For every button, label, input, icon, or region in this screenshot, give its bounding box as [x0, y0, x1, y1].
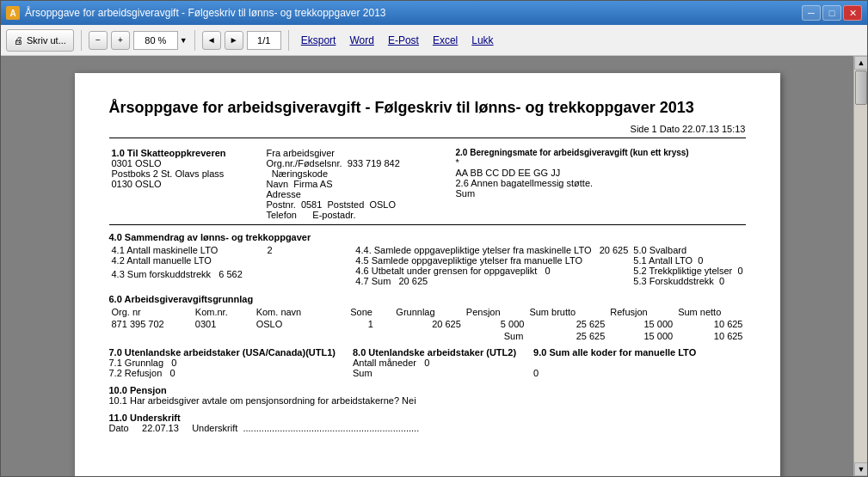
- section2-sum: Sum: [456, 188, 743, 199]
- cell-sum-brutto: 25 625: [526, 318, 607, 330]
- postnr-value: 0581: [301, 199, 322, 210]
- toolbar-separator-2: [194, 30, 195, 51]
- s4-r4r-label: 4.7 Sum: [355, 276, 391, 286]
- poststed-value: OSLO: [369, 199, 396, 210]
- dato-label: Dato: [109, 423, 129, 433]
- scroll-down-button[interactable]: ▼: [854, 462, 867, 476]
- scroll-area[interactable]: Årsoppgave for arbeidsgiveravgift - Følg…: [1, 56, 853, 476]
- scroll-up-button[interactable]: ▲: [854, 56, 867, 70]
- maximize-button[interactable]: □: [822, 5, 841, 21]
- section9-block: 9.0 Sum alle koder for manuelle LTO 0: [533, 347, 696, 378]
- section10-header: 10.0 Pensjon: [109, 385, 746, 395]
- minimize-button[interactable]: ─: [802, 5, 821, 21]
- col-pensjon: Pensjon: [464, 306, 527, 318]
- s4-r3-label: 4.3 Sum forskuddstrekk: [112, 269, 212, 279]
- section10-line: 10.1 Har arbeidsgiver avtale om pensjons…: [109, 395, 746, 406]
- s4-r2r-label: 4.5 Samlede oppgavepliktige ytelser fra …: [355, 255, 582, 266]
- antall-value: 0: [424, 358, 429, 368]
- close-button[interactable]: Lukk: [466, 34, 498, 46]
- section4-table: 4.1 Antall maskinelle LTO 4.2 Antall man…: [109, 244, 746, 287]
- section7-block: 7.0 Utenlandske arbeidstaker (USA/Canada…: [109, 347, 336, 378]
- s5-r2-label: 5.1 Antall LTO: [633, 255, 693, 266]
- col-sum-brutto: Sum brutto: [526, 306, 607, 318]
- section7-area: 7.0 Utenlandske arbeidstaker (USA/Canada…: [109, 347, 746, 378]
- cell-sone: 1: [348, 318, 393, 330]
- scrollbar-vertical[interactable]: ▲ ▼: [853, 56, 867, 476]
- section1-line3: 0130 OSLO: [112, 179, 262, 189]
- email-button[interactable]: E-Post: [383, 34, 424, 46]
- org-label: Org.nr./Fødselsnr.: [267, 158, 342, 168]
- toolbar-separator-3: [288, 30, 289, 51]
- s5-r3-label: 5.2 Trekkpliktige ytelser: [633, 266, 732, 276]
- print-button[interactable]: 🖨 Skriv ut...: [6, 29, 74, 52]
- scroll-track[interactable]: [854, 70, 867, 462]
- section11-header: 11.0 Underskrift: [109, 413, 746, 423]
- section9-header: 9.0 Sum alle koder for manuelle LTO: [533, 347, 696, 358]
- s7-r2-label: 7.2 Refusjon: [109, 368, 163, 378]
- underskrift-label: Underskrift: [192, 423, 237, 433]
- s4-r2-label: 4.2 Antall manuelle LTO: [112, 255, 262, 266]
- nav-prev-button[interactable]: ◄: [202, 31, 221, 50]
- zoom-input[interactable]: [133, 31, 178, 50]
- s4-r1-value: 2: [268, 245, 273, 255]
- section10-area: 10.0 Pensjon 10.1 Har arbeidsgiver avtal…: [109, 385, 746, 406]
- nav-next-button[interactable]: ►: [225, 31, 243, 50]
- org-value: 933 719 842: [348, 158, 400, 168]
- section7-header: 7.0 Utenlandske arbeidstaker (USA/Canada…: [109, 347, 336, 358]
- cell-org: 871 395 702: [109, 318, 193, 330]
- section4-header: 4.0 Sammendrag av lønns- og trekkoppgave…: [109, 232, 746, 242]
- adresse-label: Adresse: [267, 189, 451, 199]
- cell-grunnlag: 20 625: [393, 318, 464, 330]
- sum-refusjon-total: 15 000: [607, 330, 675, 342]
- sum-row: Sum 25 625 15 000 10 625: [109, 330, 746, 342]
- s5-r1-label: 5.0 Svalbard: [633, 245, 686, 255]
- content-area: Årsoppgave for arbeidsgiveravgift - Følg…: [1, 56, 867, 476]
- navn-value: Firma AS: [293, 179, 332, 189]
- zoom-container: ▼: [133, 31, 188, 50]
- page-input[interactable]: [247, 31, 281, 50]
- document-page: Årsoppgave for arbeidsgiveravgift - Følg…: [75, 73, 780, 476]
- toolbar: 🖨 Skriv ut... − + ▼ ◄ ► Eksport Word E-P…: [1, 25, 867, 56]
- s4-r1-label: 4.1 Antall maskinelle LTO: [112, 245, 262, 255]
- fra-header: Fra arbeidsgiver: [267, 148, 451, 158]
- col-kom: Kom.nr.: [193, 306, 254, 318]
- word-button[interactable]: Word: [344, 34, 379, 46]
- cell-sum-netto: 10 625: [675, 318, 745, 330]
- section2-asterisk: *: [456, 157, 743, 168]
- window-title: Årsoppgave for arbeidsgiveravgift - Følg…: [25, 7, 797, 19]
- postnr-label: Postnr.: [267, 199, 296, 210]
- zoom-dropdown-icon[interactable]: ▼: [180, 36, 188, 45]
- title-bar: A Årsoppgave for arbeidsgiveravgift - Fø…: [1, 1, 867, 25]
- cell-navn: OSLO: [254, 318, 348, 330]
- section2-codes: AA BB CC DD EE GG JJ: [456, 168, 743, 178]
- poststed-label: Poststed: [327, 199, 364, 210]
- s8-sum-label: Sum: [353, 368, 372, 378]
- cell-kom: 0301: [193, 318, 254, 330]
- section8-header: 8.0 Utenlandske arbeidstaker (UTL2): [353, 347, 516, 358]
- s5-r4-label: 5.3 Forskuddstrekk: [633, 276, 714, 286]
- col-sum-netto: Sum netto: [675, 306, 745, 318]
- section6-table: Org. nr Kom.nr. Kom. navn Sone Grunnlag …: [109, 306, 746, 342]
- s5-r2-value: 0: [698, 255, 703, 266]
- s4-r3-value: 6 562: [219, 269, 243, 279]
- export-button[interactable]: Eksport: [296, 34, 342, 46]
- zoom-in-button[interactable]: +: [111, 31, 130, 50]
- window-controls: ─ □ ✕: [802, 5, 862, 21]
- doc-title: Årsoppgave for arbeidsgiveravgift - Følg…: [109, 99, 746, 117]
- zoom-out-button[interactable]: −: [89, 31, 108, 50]
- table-row: 871 395 702 0301 OSLO 1 20 625 5 000 25 …: [109, 318, 746, 330]
- col-navn: Kom. navn: [254, 306, 348, 318]
- section2-annen: 2.6 Annen bagatellmessig støtte.: [456, 178, 743, 188]
- sum-label: Sum: [109, 330, 527, 342]
- app-icon: A: [6, 6, 20, 20]
- antall-label: Antall måneder: [353, 358, 416, 368]
- col-sone: Sone: [348, 306, 393, 318]
- cell-refusjon: 15 000: [607, 318, 675, 330]
- doc-meta: Side 1 Dato 22.07.13 15:13: [109, 124, 746, 138]
- scroll-thumb[interactable]: [855, 70, 867, 105]
- section2-header: 2.0 Beregningsmate for arbeidsgiveravgif…: [456, 148, 743, 157]
- s5-r3-value: 0: [737, 266, 742, 276]
- excel-button[interactable]: Excel: [428, 34, 463, 46]
- section1-line2: Postboks 2 St. Olavs plass: [112, 168, 262, 179]
- close-window-button[interactable]: ✕: [843, 5, 862, 21]
